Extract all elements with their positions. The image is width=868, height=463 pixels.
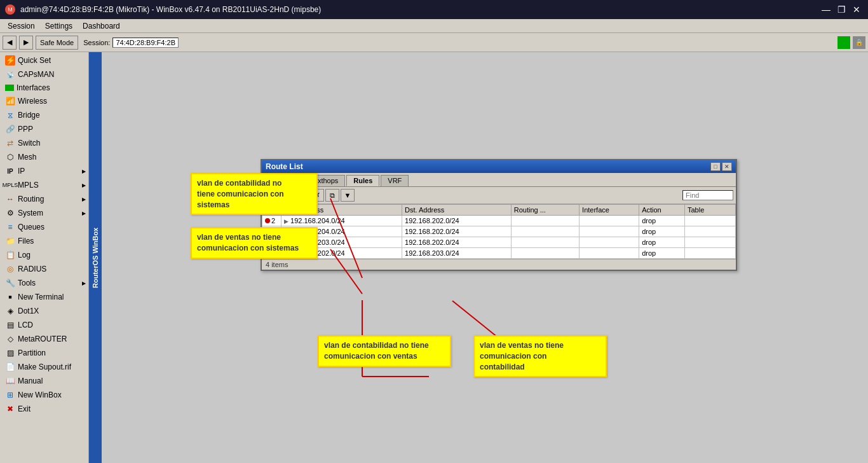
cell-table — [685, 216, 736, 226]
session-value: 74:4D:28:B9:F4:2B — [112, 38, 179, 48]
ppp-icon: 🔗 — [5, 124, 15, 134]
menu-bar: Session Settings Dashboard — [0, 19, 868, 33]
safemode-button[interactable]: Safe Mode — [36, 36, 78, 50]
menu-session[interactable]: Session — [3, 20, 40, 32]
close-button[interactable]: ✕ — [850, 3, 863, 16]
annotation-ventas-contabilidad: vlan de ventas no tienecomunicacion conc… — [473, 335, 607, 377]
window-restore-button[interactable]: □ — [710, 162, 721, 171]
window-statusbar: 4 items — [262, 259, 736, 270]
cell-interface — [580, 237, 639, 248]
sidebar-item-dot1x[interactable]: ◈ Dot1X — [0, 304, 88, 318]
annotation-ventas-sistemas: vlan de ventas no tienecomunicacion con … — [191, 227, 318, 259]
sidebar-item-metarouter[interactable]: ◇ MetaROUTER — [0, 332, 88, 346]
sidebar-item-ppp[interactable]: 🔗 PPP — [0, 122, 88, 136]
table-row[interactable]: 3 ▶ 192.168.204.0/24 192.168.202.0/24 dr… — [262, 226, 736, 237]
sidebar-item-lcd[interactable]: ▤ LCD — [0, 318, 88, 332]
sidebar-item-radius[interactable]: ◎ RADIUS — [0, 262, 88, 276]
switch-icon: ⇄ — [5, 138, 15, 148]
forward-button[interactable]: ▶ — [19, 36, 33, 50]
lock-icon: 🔒 — [853, 36, 865, 49]
table-row[interactable]: 2 ▶ 192.168.204.0/24 192.168.202.0/24 dr… — [262, 216, 736, 226]
sidebar-item-switch[interactable]: ⇄ Switch — [0, 136, 88, 150]
back-button[interactable]: ◀ — [3, 36, 17, 50]
terminal-icon: ■ — [5, 292, 15, 302]
tab-rules[interactable]: Rules — [346, 175, 379, 186]
sidebar-item-ip[interactable]: IP IP — [0, 164, 88, 178]
cell-interface — [580, 216, 639, 226]
dot1x-icon: ◈ — [5, 306, 15, 316]
sidebar-item-manual[interactable]: 📖 Manual — [0, 374, 88, 388]
sidebar-item-log[interactable]: 📋 Log — [0, 248, 88, 262]
menu-dashboard[interactable]: Dashboard — [78, 20, 125, 32]
col-routing[interactable]: Routing ... — [511, 205, 579, 216]
col-table[interactable]: Table — [685, 205, 736, 216]
sidebar-item-newterminal[interactable]: ■ New Terminal — [0, 290, 88, 304]
exit-icon: ✖ — [5, 404, 15, 414]
sidebar-item-exit[interactable]: ✖ Exit — [0, 402, 88, 416]
route-list-window: Route List □ ✕ Routes Nexthops Rules VRF… — [261, 159, 737, 271]
sidebar-item-capsman[interactable]: 📡 CAPsMAN — [0, 67, 88, 81]
cell-action: drop — [639, 216, 685, 226]
sidebar-item-interfaces[interactable]: Interfaces — [0, 81, 88, 94]
content-area: RouterOS WinBox Route List □ ✕ Routes Ne… — [89, 52, 868, 463]
filter-button[interactable]: ▼ — [341, 189, 355, 202]
winbox-label: RouterOS WinBox — [89, 52, 102, 463]
cell-dst: 192.168.203.0/24 — [402, 248, 512, 259]
col-dst[interactable]: Dst. Address — [402, 205, 512, 216]
sidebar-item-queues[interactable]: ≡ Queues — [0, 220, 88, 234]
col-action[interactable]: Action — [639, 205, 685, 216]
interfaces-icon — [5, 85, 14, 91]
table-row[interactable]: 0 ▶ 192.168.203.0/24 192.168.202.0/24 dr… — [262, 237, 736, 248]
window-close-button[interactable]: ✕ — [722, 162, 732, 171]
title-bar: M admin@74:4D:28:B9:F4:2B (MikroTik) - W… — [0, 0, 868, 19]
sidebar-item-newwinbox[interactable]: ⊞ New WinBox — [0, 388, 88, 402]
ip-icon: IP — [5, 166, 15, 176]
session-label: Session: — [83, 39, 110, 46]
sidebar-item-mesh[interactable]: ⬡ Mesh — [0, 150, 88, 164]
sidebar-item-partition[interactable]: ▨ Partition — [0, 346, 88, 360]
cell-action: drop — [639, 237, 685, 248]
sidebar-item-quickset[interactable]: ⚡ Quick Set — [0, 53, 88, 67]
route-table-container: # Src. Address Dst. Address Routing ... … — [262, 204, 736, 259]
cell-routing — [511, 216, 579, 226]
sidebar-item-files[interactable]: 📁 Files — [0, 234, 88, 248]
cell-src: ▶ 192.168.204.0/24 — [281, 216, 402, 226]
main-toolbar: ◀ ▶ Safe Mode Session: 74:4D:28:B9:F4:2B… — [0, 33, 868, 52]
cell-num: 2 — [262, 216, 281, 226]
table-row[interactable]: 1 ▶ 192.168.202.0/24 192.168.203.0/24 dr… — [262, 248, 736, 259]
minimize-button[interactable]: — — [820, 3, 832, 16]
window-title-controls: □ ✕ — [710, 162, 732, 171]
sidebar-item-wireless[interactable]: 📶 Wireless — [0, 94, 88, 108]
copy-button[interactable]: ⧉ — [325, 189, 339, 202]
annotation-contabilidad-ventas: vlan de contabilidad no tienecomunicacio… — [318, 335, 451, 367]
sidebar-item-routing[interactable]: ↔ Routing — [0, 192, 88, 206]
cell-action: drop — [639, 248, 685, 259]
files-icon: 📁 — [5, 236, 15, 246]
cell-dst: 192.168.202.0/24 — [402, 226, 512, 237]
system-icon: ⚙ — [5, 208, 15, 218]
route-table: # Src. Address Dst. Address Routing ... … — [262, 204, 736, 259]
cell-table — [685, 226, 736, 237]
sidebar: ⚡ Quick Set 📡 CAPsMAN Interfaces 📶 Wirel… — [0, 52, 89, 463]
routing-icon: ↔ — [5, 194, 15, 204]
col-interface[interactable]: Interface — [580, 205, 639, 216]
window-toolbar: + − ✓ ✗ ⧉ ▼ — [262, 187, 736, 204]
capsman-icon: 📡 — [5, 69, 15, 79]
newwinbox-icon: ⊞ — [5, 390, 15, 400]
sidebar-item-bridge[interactable]: ⧖ Bridge — [0, 108, 88, 122]
item-count: 4 items — [266, 261, 288, 268]
sidebar-item-mpls[interactable]: MPLS MPLS — [0, 178, 88, 192]
find-input[interactable] — [682, 190, 733, 200]
sidebar-item-tools[interactable]: 🔧 Tools — [0, 276, 88, 290]
window-title: Route List — [266, 162, 303, 171]
cell-routing — [511, 248, 579, 259]
tools-icon: 🔧 — [5, 278, 15, 288]
tab-vrf[interactable]: VRF — [381, 175, 409, 186]
sidebar-item-makesupout[interactable]: 📄 Make Supout.rif — [0, 360, 88, 374]
maximize-button[interactable]: ❐ — [835, 3, 848, 16]
menu-settings[interactable]: Settings — [40, 20, 78, 32]
cell-routing — [511, 237, 579, 248]
annotation-contabilidad-sistemas: vlan de contabilidad notiene comunicacio… — [191, 173, 318, 215]
sidebar-item-system[interactable]: ⚙ System — [0, 206, 88, 220]
cell-routing — [511, 226, 579, 237]
